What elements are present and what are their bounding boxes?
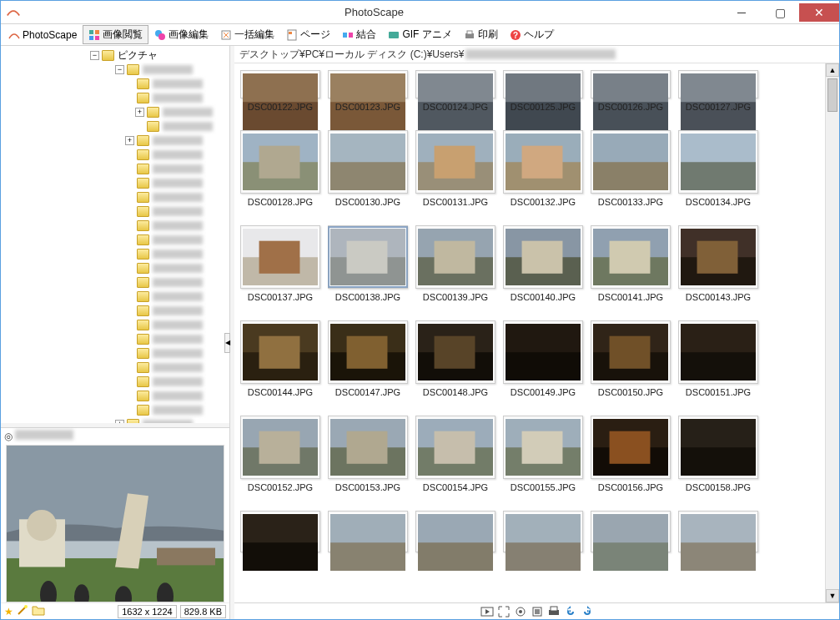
scroll-down-icon[interactable]: ▼: [826, 589, 839, 602]
fullscreen-icon[interactable]: [497, 605, 511, 618]
thumbnail-item[interactable]: DSC00141.JPG: [590, 225, 671, 302]
tree-folder-item[interactable]: [3, 375, 227, 389]
tree-folder-item[interactable]: +: [3, 134, 227, 148]
thumbnail-item[interactable]: DSC00143.JPG: [677, 225, 759, 302]
preview-image[interactable]: [6, 445, 224, 602]
tree-folder-item[interactable]: +: [3, 105, 227, 119]
minimize-button[interactable]: ─: [722, 3, 761, 22]
tree-folder-item[interactable]: [3, 247, 227, 261]
thumbnail-item[interactable]: DSC00122.JPG: [239, 70, 321, 112]
thumbnail-item[interactable]: DSC00155.JPG: [502, 416, 584, 492]
thumbnail-item[interactable]: DSC00151.JPG: [677, 320, 759, 397]
tab-editor[interactable]: 画像編集: [148, 25, 214, 44]
tree-folder-item[interactable]: [3, 304, 227, 318]
scrollbar[interactable]: ▲ ▼: [825, 63, 839, 602]
thumbnail-item[interactable]: [677, 511, 759, 552]
tree-expand-icon[interactable]: +: [135, 108, 144, 117]
scrollbar-thumb[interactable]: [827, 78, 837, 112]
thumbnail-item[interactable]: DSC00138.JPG: [327, 225, 409, 302]
tree-folder-item[interactable]: [3, 389, 227, 403]
close-button[interactable]: ✕: [799, 3, 839, 22]
thumbnail-item[interactable]: DSC00133.JPG: [590, 130, 671, 207]
tree-folder-item[interactable]: [3, 176, 227, 190]
tree-folder-item[interactable]: [3, 119, 227, 134]
thumbnail-item[interactable]: DSC00158.JPG: [677, 416, 759, 492]
tree-expand-icon[interactable]: +: [125, 136, 134, 145]
tree-folder-item[interactable]: [3, 162, 227, 176]
tree-folder-item[interactable]: [3, 403, 227, 417]
tree-folder-item[interactable]: [3, 219, 227, 233]
tree-folder-item[interactable]: [3, 318, 227, 332]
maximize-button[interactable]: ▢: [761, 3, 799, 22]
thumbnail-item[interactable]: DSC00137.JPG: [239, 225, 321, 302]
tree-folder-item[interactable]: −: [3, 63, 227, 77]
rotate-right-icon[interactable]: [581, 605, 594, 618]
thumbnail-item[interactable]: [502, 511, 584, 552]
tab-photoscape[interactable]: PhotoScape: [3, 27, 83, 43]
star-icon[interactable]: ★: [4, 606, 13, 617]
svg-rect-3: [95, 36, 99, 40]
tree-folder-item[interactable]: [3, 233, 227, 247]
thumbnail-item[interactable]: DSC00148.JPG: [415, 320, 496, 397]
thumbnail-item[interactable]: DSC00152.JPG: [239, 416, 321, 492]
tree-expand-icon[interactable]: +: [115, 420, 124, 423]
thumbnail-item[interactable]: DSC00127.JPG: [677, 70, 759, 112]
tree-expand-icon[interactable]: −: [115, 65, 124, 74]
tab-gif[interactable]: GIF アニメ: [382, 25, 457, 44]
thumbnail-item[interactable]: DSC00125.JPG: [502, 70, 584, 112]
thumbnail-item[interactable]: DSC00130.JPG: [327, 130, 409, 207]
thumbnail-item[interactable]: DSC00149.JPG: [502, 320, 584, 397]
tree-folder-item[interactable]: [3, 346, 227, 360]
thumbnail-item[interactable]: DSC00153.JPG: [327, 416, 409, 492]
folder-open-icon[interactable]: [32, 604, 45, 618]
tree-folder-item[interactable]: [3, 148, 227, 162]
thumbnail-item[interactable]: DSC00126.JPG: [590, 70, 671, 112]
tab-help[interactable]: ?ヘルプ: [504, 25, 560, 44]
tab-viewer[interactable]: 画像閲覧: [83, 25, 148, 44]
tree-folder-item[interactable]: [3, 360, 227, 375]
tree-folder-item[interactable]: [3, 77, 227, 91]
tab-page[interactable]: ページ: [280, 25, 336, 44]
thumbnail-item[interactable]: [415, 511, 496, 552]
thumbnail-item[interactable]: DSC00156.JPG: [590, 416, 671, 492]
thumbnail-item[interactable]: DSC00123.JPG: [327, 70, 409, 112]
thumbnail-item[interactable]: DSC00128.JPG: [239, 130, 321, 207]
tree-folder-item[interactable]: +: [3, 417, 227, 423]
tree-folder-item[interactable]: [3, 290, 227, 304]
thumbnail-item[interactable]: DSC00150.JPG: [590, 320, 671, 397]
tree-folder-item[interactable]: [3, 190, 227, 204]
tree-folder-item[interactable]: [3, 91, 227, 105]
tree-expand-icon[interactable]: −: [90, 51, 99, 60]
breadcrumb[interactable]: デスクトップ¥PC¥ローカル ディスク (C:)¥Users¥: [234, 46, 839, 63]
fit-icon[interactable]: [514, 605, 527, 618]
thumbnail-item[interactable]: [590, 511, 671, 552]
slideshow-icon[interactable]: [480, 605, 494, 618]
scroll-up-icon[interactable]: ▲: [826, 63, 839, 77]
thumbnail-item[interactable]: DSC00154.JPG: [415, 416, 496, 492]
splitter-collapse-icon[interactable]: ◀: [224, 333, 230, 353]
tree-folder-item[interactable]: [3, 275, 227, 290]
thumbnail-item[interactable]: [239, 511, 321, 552]
thumbnail-item[interactable]: DSC00139.JPG: [415, 225, 496, 302]
print-icon[interactable]: [547, 605, 561, 618]
tree-folder-item[interactable]: [3, 261, 227, 275]
folder-tree[interactable]: − ピクチャ −+++: [1, 46, 229, 423]
tree-folder-item[interactable]: [3, 204, 227, 219]
tree-folder-item[interactable]: [3, 332, 227, 346]
tab-print[interactable]: 印刷: [458, 25, 504, 44]
thumbnail-item[interactable]: [327, 511, 409, 552]
thumbnail-item[interactable]: DSC00131.JPG: [415, 130, 496, 207]
rotate-left-icon[interactable]: [564, 605, 577, 618]
thumbnail-item[interactable]: DSC00140.JPG: [502, 225, 584, 302]
tab-batch[interactable]: 一括編集: [214, 25, 280, 44]
thumbnail-item[interactable]: DSC00147.JPG: [327, 320, 409, 397]
thumbnail-item[interactable]: DSC00124.JPG: [415, 70, 496, 112]
thumbnail-item[interactable]: DSC00144.JPG: [239, 320, 321, 397]
thumbnail-image: [417, 513, 494, 550]
folder-icon: [137, 362, 149, 373]
thumbnail-item[interactable]: DSC00134.JPG: [677, 130, 759, 207]
actual-size-icon[interactable]: [531, 605, 544, 618]
tab-combine[interactable]: 結合: [336, 25, 382, 44]
wand-icon[interactable]: [17, 604, 28, 618]
thumbnail-item[interactable]: DSC00132.JPG: [502, 130, 584, 207]
